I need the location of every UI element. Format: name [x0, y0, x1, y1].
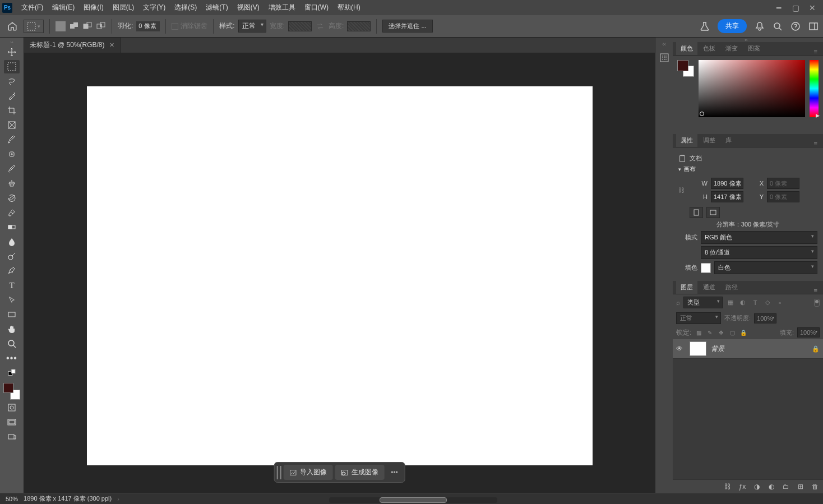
- lasso-tool[interactable]: [4, 75, 20, 88]
- frame-tool[interactable]: [4, 118, 20, 132]
- tab-properties[interactable]: 属性: [676, 134, 697, 147]
- menu-plugins[interactable]: 增效工具: [264, 1, 300, 15]
- zoom-tool[interactable]: [4, 337, 20, 350]
- color-spectrum[interactable]: [699, 60, 805, 117]
- canvas-width-input[interactable]: [711, 178, 743, 189]
- link-layers-icon[interactable]: ⛓: [723, 482, 732, 491]
- search-icon[interactable]: [773, 21, 783, 31]
- layers-panel-menu-icon[interactable]: ≡: [814, 287, 820, 294]
- menu-help[interactable]: 帮助(H): [333, 1, 365, 15]
- eyedropper-tool[interactable]: [4, 133, 20, 146]
- feather-input[interactable]: [136, 21, 160, 31]
- lock-pixels-icon[interactable]: ✎: [706, 329, 714, 336]
- delete-layer-icon[interactable]: 🗑: [811, 482, 820, 491]
- share-button[interactable]: 共享: [718, 19, 747, 33]
- canvas-viewport[interactable]: 导入图像 生成图像 •••: [24, 53, 655, 493]
- pen-tool[interactable]: [4, 264, 20, 278]
- workspace-switcher-icon[interactable]: [808, 21, 819, 31]
- layer-mask-icon[interactable]: ◑: [752, 482, 761, 491]
- layer-style-icon[interactable]: ƒx: [738, 482, 747, 491]
- dodge-tool[interactable]: [4, 249, 20, 263]
- menu-view[interactable]: 视图(V): [233, 1, 264, 15]
- color-mode-select[interactable]: RGB 颜色: [701, 231, 817, 244]
- marquee-tool-preset[interactable]: ▾: [24, 20, 44, 33]
- tab-gradients[interactable]: 渐变: [721, 42, 742, 55]
- layer-filter-select[interactable]: 类型: [683, 297, 723, 308]
- menu-type[interactable]: 文字(Y): [138, 1, 170, 15]
- link-dimensions-icon[interactable]: ⛓: [678, 187, 687, 193]
- extra-tool-icon[interactable]: [4, 430, 20, 443]
- add-to-selection-icon[interactable]: [69, 21, 79, 31]
- rectangle-tool[interactable]: [4, 308, 20, 321]
- filter-shape-icon[interactable]: ◇: [763, 298, 772, 307]
- edit-toolbar-button[interactable]: •••: [4, 352, 20, 365]
- screen-mode-icon[interactable]: [4, 415, 20, 429]
- move-tool[interactable]: [4, 45, 20, 59]
- blend-mode-select[interactable]: 正常: [676, 312, 721, 324]
- history-brush-tool[interactable]: [4, 191, 20, 205]
- orientation-landscape-icon[interactable]: [706, 207, 720, 218]
- dock-collapse-icon[interactable]: ››: [673, 38, 823, 42]
- lock-position-icon[interactable]: ✥: [717, 329, 725, 336]
- tab-channels[interactable]: 通道: [699, 281, 720, 294]
- clone-stamp-tool[interactable]: [4, 177, 20, 190]
- eraser-tool[interactable]: [4, 206, 20, 219]
- document-tab[interactable]: 未标题-1 @ 50%(RGB/8) ✕: [24, 38, 121, 53]
- filter-adjustment-icon[interactable]: ◐: [738, 298, 747, 307]
- fill-color-swatch[interactable]: [701, 263, 711, 273]
- tab-paths[interactable]: 路径: [721, 281, 742, 294]
- tab-swatches[interactable]: 色板: [699, 42, 720, 55]
- menu-edit[interactable]: 编辑(E): [48, 1, 79, 15]
- fill-select[interactable]: 白色: [714, 261, 817, 274]
- layer-thumbnail[interactable]: [690, 341, 706, 356]
- healing-brush-tool[interactable]: [4, 147, 20, 161]
- new-layer-icon[interactable]: ⊞: [796, 482, 805, 491]
- canvas-y-input[interactable]: [767, 191, 799, 202]
- document-dimensions[interactable]: 1890 像素 x 1417 像素 (300 ppi): [24, 494, 112, 503]
- lock-all-icon[interactable]: 🔒: [739, 329, 747, 336]
- style-select[interactable]: 正常: [238, 20, 266, 33]
- adjustment-layer-icon[interactable]: ◐: [767, 482, 776, 491]
- menu-file[interactable]: 文件(F): [17, 1, 48, 15]
- layer-name[interactable]: 背景: [711, 344, 807, 354]
- text-tool[interactable]: T: [4, 279, 20, 292]
- layer-list[interactable]: 👁 背景 🔒: [673, 339, 823, 479]
- filter-type-icon[interactable]: T: [751, 298, 760, 307]
- quick-mask-icon[interactable]: [4, 401, 20, 414]
- canvas-x-input[interactable]: [767, 178, 799, 189]
- hue-slider[interactable]: ▶: [810, 60, 819, 117]
- new-selection-icon[interactable]: [56, 21, 66, 31]
- menu-window[interactable]: 窗口(W): [300, 1, 333, 15]
- lock-artboard-icon[interactable]: ▢: [728, 329, 736, 336]
- tab-libraries[interactable]: 库: [721, 134, 736, 147]
- color-panel-fgbg[interactable]: [677, 60, 694, 77]
- canvas-height-input[interactable]: [711, 191, 743, 202]
- collapsed-panel-icon[interactable]: [659, 53, 669, 63]
- canvas[interactable]: [87, 86, 593, 465]
- foreground-background-swatch[interactable]: [3, 383, 20, 400]
- menu-filter[interactable]: 滤镜(T): [201, 1, 232, 15]
- menu-select[interactable]: 选择(S): [170, 1, 201, 15]
- tab-patterns[interactable]: 图案: [743, 42, 765, 55]
- select-and-mask-button[interactable]: 选择并遮住 ...: [382, 20, 432, 33]
- group-layers-icon[interactable]: 🗀: [782, 482, 790, 491]
- gradient-tool[interactable]: [4, 220, 20, 234]
- tab-adjustments[interactable]: 调整: [699, 134, 720, 147]
- default-colors-icon[interactable]: [4, 366, 20, 380]
- crop-tool[interactable]: [4, 104, 20, 117]
- orientation-portrait-icon[interactable]: [690, 207, 703, 218]
- visibility-icon[interactable]: 👁: [676, 345, 685, 353]
- contextual-task-bar[interactable]: 导入图像 生成图像 •••: [274, 462, 405, 483]
- brush-tool[interactable]: [4, 162, 20, 175]
- beaker-icon[interactable]: [700, 21, 710, 31]
- properties-panel-menu-icon[interactable]: ≡: [814, 140, 820, 147]
- context-more-icon[interactable]: •••: [386, 466, 403, 479]
- bit-depth-select[interactable]: 8 位/通道: [701, 246, 817, 259]
- rectangular-marquee-tool[interactable]: [4, 60, 20, 73]
- menu-layer[interactable]: 图层(L): [108, 1, 139, 15]
- opacity-input[interactable]: 100%: [754, 313, 776, 323]
- toolbar-handle[interactable]: ››: [0, 40, 24, 44]
- menu-image[interactable]: 图像(I): [79, 1, 108, 15]
- filter-pixel-icon[interactable]: ▦: [726, 298, 735, 307]
- expand-panels-icon[interactable]: ‹‹: [662, 41, 666, 47]
